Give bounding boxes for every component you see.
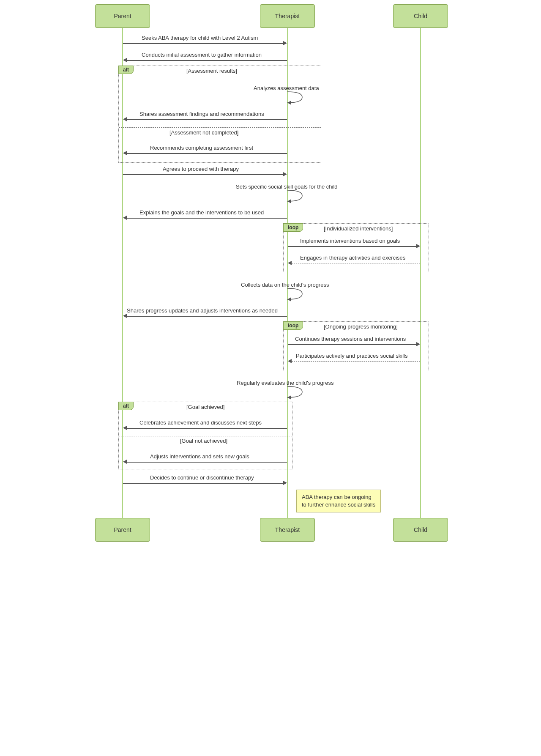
actor-child-bottom: Child [393, 518, 448, 542]
actor-label: Child [414, 526, 427, 533]
message-arrow [127, 428, 287, 429]
message-arrow [127, 316, 287, 317]
svg-marker-0 [287, 101, 291, 105]
message-arrow [127, 60, 287, 61]
message-label: Agrees to proceed with therapy [163, 166, 239, 172]
message-label: Celebrates achievement and discusses nex… [139, 419, 262, 426]
arrowhead-left-icon [123, 426, 127, 430]
arrowhead-left-icon [123, 151, 127, 155]
arrowhead-right-icon [283, 172, 287, 176]
arrowhead-right-icon [416, 244, 420, 248]
fragment-condition: [Assessment results] [186, 68, 237, 74]
message-label: Decides to continue or discontinue thera… [150, 474, 254, 481]
message-label: Adjusts interventions and sets new goals [150, 453, 249, 460]
message-arrow [127, 218, 287, 219]
actor-parent-top: Parent [95, 4, 150, 28]
fragment-condition: [Goal not achieved] [180, 438, 227, 444]
message-label: Analyzes assessment data [254, 85, 319, 91]
arrowhead-left-icon [288, 261, 292, 265]
actor-therapist-top: Therapist [260, 4, 315, 28]
fragment-condition: [Assessment not completed] [169, 129, 238, 136]
svg-marker-2 [287, 297, 291, 301]
message-arrow [127, 462, 287, 463]
actor-label: Parent [114, 13, 131, 19]
self-message [287, 190, 304, 204]
arrowhead-left-icon [123, 216, 127, 220]
sequence-diagram: Parent Therapist Child Seeks ABA therapy… [76, 0, 465, 4]
message-arrow [123, 174, 283, 175]
message-label: Regularly evaluates the child's progress [237, 380, 333, 386]
message-label: Implements interventions based on goals [300, 238, 400, 244]
message-label: Collects data on the child's progress [241, 282, 329, 288]
actor-label: Therapist [275, 13, 300, 19]
message-label: Recommends completing assessment first [150, 145, 253, 151]
fragment-operator: alt [118, 66, 134, 74]
message-label: Shares progress updates and adjusts inte… [127, 307, 278, 314]
message-label: Seeks ABA therapy for child with Level 2… [142, 35, 258, 41]
message-arrow [288, 344, 416, 345]
self-message [287, 92, 304, 106]
message-label: Explains the goals and the interventions… [139, 209, 264, 216]
message-arrow [127, 153, 287, 154]
actor-child-top: Child [393, 4, 448, 28]
message-arrow [123, 483, 283, 484]
arrowhead-left-icon [288, 359, 292, 363]
arrowhead-left-icon [123, 58, 127, 62]
message-arrow-return [292, 361, 420, 362]
message-label: Conducts initial assessment to gather in… [142, 52, 262, 58]
message-arrow [288, 246, 416, 247]
arrowhead-left-icon [123, 314, 127, 318]
message-arrow-return [292, 263, 420, 263]
actor-label: Therapist [275, 526, 300, 533]
arrowhead-right-icon [283, 481, 287, 485]
self-message [287, 386, 304, 400]
note-line: to further enhance social skills [302, 501, 375, 509]
actor-therapist-bottom: Therapist [260, 518, 315, 542]
message-label: Sets specific social skill goals for the… [236, 184, 338, 190]
actor-parent-bottom: Parent [95, 518, 150, 542]
message-label: Engages in therapy activities and exerci… [300, 255, 405, 261]
fragment-condition: [Ongoing progress monitoring] [324, 323, 398, 330]
self-message [287, 288, 304, 302]
svg-marker-1 [287, 199, 291, 203]
note-line: ABA therapy can be ongoing [302, 493, 375, 501]
svg-marker-3 [287, 395, 291, 400]
message-label: Continues therapy sessions and intervent… [295, 336, 406, 342]
actor-label: Parent [114, 526, 131, 533]
fragment-operator: loop [283, 223, 303, 232]
note-box: ABA therapy can be ongoing to further en… [296, 490, 381, 512]
arrowhead-right-icon [283, 41, 287, 45]
arrowhead-right-icon [416, 342, 420, 346]
message-label: Participates actively and practices soci… [296, 353, 407, 359]
arrowhead-left-icon [123, 460, 127, 464]
actor-label: Child [414, 13, 427, 19]
message-label: Shares assessment findings and recommend… [139, 111, 264, 117]
fragment-condition: [Goal achieved] [186, 404, 224, 410]
fragment-operator: alt [118, 402, 134, 410]
message-arrow [123, 43, 283, 44]
fragment-condition: [Individualized interventions] [324, 225, 393, 232]
fragment-operator: loop [283, 321, 303, 330]
message-arrow [127, 119, 287, 120]
arrowhead-left-icon [123, 117, 127, 121]
